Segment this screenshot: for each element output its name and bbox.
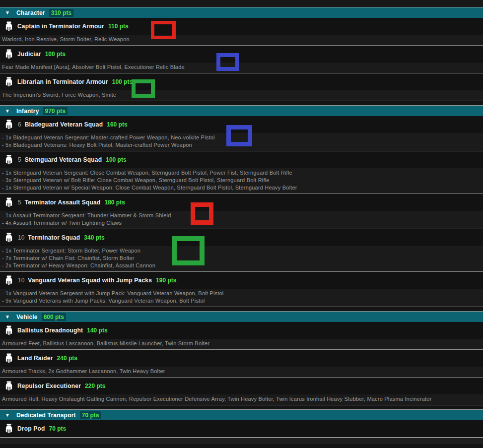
spartan-helmet-icon (4, 275, 14, 285)
unit-model-count: 6 (18, 121, 21, 128)
row-separator (0, 101, 483, 101)
unit-loadout: Armoured Hull, Heavy Onslaught Gatling C… (0, 394, 483, 405)
spartan-helmet-icon (4, 197, 14, 207)
unit-row-captain-in-terminator-armour[interactable]: Captain in Terminator Armour110 pts (0, 18, 483, 35)
unit-row-vanguard-veteran-squad-with-jump-packs[interactable]: 10Vanguard Veteran Squad with Jump Packs… (0, 272, 483, 289)
row-separator (0, 405, 483, 405)
spartan-helmet-icon (4, 424, 14, 434)
unit-points: 110 pts (108, 23, 129, 30)
loadout-line: Armoured Hull, Heavy Onslaught Gatling C… (2, 395, 481, 403)
unit-points: 100 pts (112, 78, 133, 85)
unit-points: 180 pts (105, 199, 125, 206)
spartan-helmet-icon (4, 49, 14, 59)
loadout-line: - 3x Sternguard Veteran w/ Bolt Rifle: C… (2, 177, 481, 184)
bottom-strip (0, 438, 483, 444)
loadout-line: The Imperium's Sword, Force Weapon, Smit… (2, 91, 481, 99)
unit-name: Drop Pod (17, 425, 45, 432)
section-dedicated-transport: ▼Dedicated Transport70 ptsDrop Pod70 pts (0, 409, 483, 438)
loadout-line: - 1x Assault Terminator Sergeant: Thunde… (2, 212, 481, 219)
unit-name: Vanguard Veteran Squad with Jump Packs (28, 277, 152, 284)
loadout-line: - 9x Vanguard Veterans with Jump Packs: … (2, 297, 481, 305)
unit-row-judiciar[interactable]: Judiciar100 pts (0, 46, 483, 63)
spartan-helmet-icon (4, 325, 14, 335)
loadout-line: - 4x Assault Terminator w/ Twin Lightnin… (2, 219, 481, 227)
unit-points: 220 pts (85, 383, 105, 389)
unit-name: Terminator Squad (28, 234, 80, 241)
unit-name: Land Raider (17, 355, 53, 362)
unit-row-sternguard-veteran-squad[interactable]: 5Sternguard Veteran Squad100 pts (0, 151, 483, 168)
section-vehicle: ▼Vehicle600 ptsBallistus Dreadnought140 … (0, 311, 483, 405)
collapse-triangle-icon[interactable]: ▼ (5, 413, 10, 418)
unit-row-ballistus-dreadnought[interactable]: Ballistus Dreadnought140 pts (0, 322, 483, 339)
unit-loadout: - 1x Bladeguard Veteran Sergeant: Master… (0, 133, 483, 151)
unit-points: 160 pts (107, 121, 127, 128)
unit-row-drop-pod[interactable]: Drop Pod70 pts (0, 420, 483, 437)
roster-list: ▼Character310 ptsCaptain in Terminator A… (0, 7, 483, 438)
unit-name: Captain in Terminator Armour (17, 23, 104, 30)
unit-model-count: 5 (18, 199, 21, 206)
section-label: Vehicle (16, 314, 38, 320)
unit-model-count: 5 (18, 156, 21, 163)
unit-name: Repulsor Executioner (17, 383, 81, 389)
unit-loadout: - 1x Assault Terminator Sergeant: Thunde… (0, 211, 483, 229)
loadout-line: - 1x Vanguard Veteran Sergeant with Jump… (2, 290, 481, 297)
collapse-triangle-icon[interactable]: ▼ (5, 315, 10, 320)
unit-librarian-in-terminator-armour: Librarian in Terminator Armour100 ptsThe… (0, 73, 483, 101)
unit-row-terminator-squad[interactable]: 10Terminator Squad340 pts (0, 229, 483, 246)
section-header-dedicated-transport[interactable]: ▼Dedicated Transport70 pts (0, 409, 483, 420)
unit-points: 140 pts (87, 327, 107, 334)
section-header-character[interactable]: ▼Character310 pts (0, 7, 483, 18)
unit-loadout: - 1x Sternguard Veteran Sergeant: Close … (0, 168, 483, 193)
loadout-line: - 1x Terminator Sergeant: Storm Bolter, … (2, 247, 481, 255)
unit-points: 100 pts (106, 156, 126, 163)
spartan-helmet-icon (4, 353, 14, 363)
unit-row-bladeguard-veteran-squad[interactable]: 6Bladeguard Veteran Squad160 pts (0, 116, 483, 133)
unit-judiciar: Judiciar100 ptsFear Made Manifest [Aura]… (0, 46, 483, 73)
unit-points: 100 pts (45, 51, 66, 58)
row-separator (0, 307, 483, 307)
unit-row-librarian-in-terminator-armour[interactable]: Librarian in Terminator Armour100 pts (0, 73, 483, 90)
collapse-triangle-icon[interactable]: ▼ (5, 10, 10, 15)
spartan-helmet-icon (4, 77, 14, 87)
spartan-helmet-icon (4, 233, 14, 243)
unit-vanguard-veteran-squad-with-jump-packs: 10Vanguard Veteran Squad with Jump Packs… (0, 272, 483, 307)
unit-points: 340 pts (84, 234, 104, 241)
section-label: Character (16, 9, 45, 16)
unit-row-terminator-assault-squad[interactable]: 5Terminator Assault Squad180 pts (0, 194, 483, 211)
section-infantry: ▼Infantry970 pts6Bladeguard Veteran Squa… (0, 105, 483, 307)
unit-loadout: - 1x Vanguard Veteran Sergeant with Jump… (0, 289, 483, 307)
unit-row-land-raider[interactable]: Land Raider240 pts (0, 350, 483, 367)
section-points-badge: 600 pts (42, 313, 66, 321)
unit-drop-pod: Drop Pod70 pts (0, 420, 483, 438)
loadout-line: - 1x Sternguard Veteran Sergeant: Close … (2, 169, 481, 177)
unit-loadout: Warlord, Iron Resolve, Storm Bolter, Rel… (0, 35, 483, 45)
section-points-badge: 310 pts (49, 9, 73, 17)
unit-land-raider: Land Raider240 ptsArmoured Tracks, 2x Go… (0, 350, 483, 378)
unit-loadout: The Imperium's Sword, Force Weapon, Smit… (0, 90, 483, 101)
spartan-helmet-icon (4, 21, 14, 31)
unit-points: 240 pts (57, 355, 77, 362)
unit-terminator-assault-squad: 5Terminator Assault Squad180 pts- 1x Ass… (0, 194, 483, 229)
unit-loadout: - 1x Terminator Sergeant: Storm Bolter, … (0, 246, 483, 271)
section-header-vehicle[interactable]: ▼Vehicle600 pts (0, 311, 483, 322)
unit-name: Ballistus Dreadnought (17, 327, 83, 334)
unit-loadout: Fear Made Manifest [Aura], Absolver Bolt… (0, 63, 483, 73)
spartan-helmet-icon (4, 381, 14, 391)
unit-name: Librarian in Terminator Armour (17, 78, 108, 85)
unit-model-count: 10 (18, 277, 24, 284)
loadout-line: - 5x Bladeguard Veterans: Heavy Bolt Pis… (2, 141, 481, 149)
loadout-line: - 1x Bladeguard Veteran Sergeant: Master… (2, 134, 481, 141)
unit-name: Bladeguard Veteran Squad (25, 121, 103, 128)
collapse-triangle-icon[interactable]: ▼ (5, 109, 10, 114)
unit-points: 190 pts (156, 277, 176, 284)
loadout-line: - 7x Terminator w/ Chain Fist: Chainfist… (2, 255, 481, 262)
section-header-infantry[interactable]: ▼Infantry970 pts (0, 105, 483, 116)
unit-ballistus-dreadnought: Ballistus Dreadnought140 ptsArmoured Fee… (0, 322, 483, 350)
section-points-badge: 970 pts (43, 107, 68, 115)
unit-name: Terminator Assault Squad (25, 199, 101, 206)
unit-bladeguard-veteran-squad: 6Bladeguard Veteran Squad160 pts- 1x Bla… (0, 116, 483, 151)
unit-points: 70 pts (49, 425, 67, 432)
unit-row-repulsor-executioner[interactable]: Repulsor Executioner220 pts (0, 378, 483, 394)
section-label: Dedicated Transport (16, 412, 76, 419)
unit-sternguard-veteran-squad: 5Sternguard Veteran Squad100 pts- 1x Ste… (0, 151, 483, 194)
